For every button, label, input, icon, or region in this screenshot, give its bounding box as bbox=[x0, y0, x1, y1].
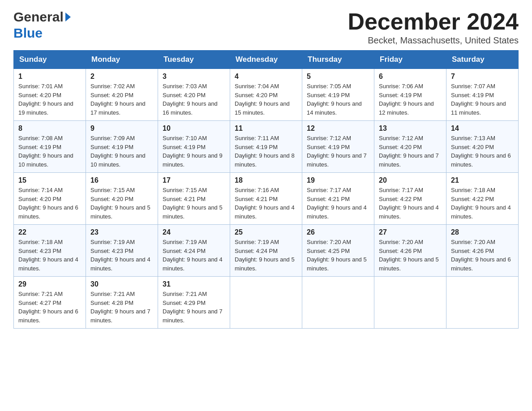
header-friday: Friday bbox=[374, 51, 446, 69]
day-info: Sunrise: 7:15 AMSunset: 4:21 PMDaylight:… bbox=[163, 186, 225, 221]
logo: General Blue bbox=[13, 9, 71, 41]
day-info: Sunrise: 7:17 AMSunset: 4:22 PMDaylight:… bbox=[379, 186, 442, 221]
day-number: 1 bbox=[18, 73, 81, 81]
week-row-2: 8Sunrise: 7:08 AMSunset: 4:19 PMDaylight… bbox=[14, 121, 519, 173]
header-wednesday: Wednesday bbox=[230, 51, 302, 69]
week-row-3: 15Sunrise: 7:14 AMSunset: 4:20 PMDayligh… bbox=[14, 173, 519, 225]
day-number: 16 bbox=[90, 176, 153, 184]
calendar-cell bbox=[302, 277, 374, 329]
day-number: 21 bbox=[451, 176, 514, 184]
day-number: 19 bbox=[307, 176, 369, 184]
calendar-cell: 13Sunrise: 7:12 AMSunset: 4:20 PMDayligh… bbox=[374, 121, 446, 173]
calendar-cell: 29Sunrise: 7:21 AMSunset: 4:27 PMDayligh… bbox=[14, 277, 86, 329]
month-title: December 2024 bbox=[348, 9, 519, 34]
header-thursday: Thursday bbox=[302, 51, 374, 69]
day-number: 8 bbox=[18, 124, 81, 133]
day-number: 13 bbox=[379, 124, 442, 133]
calendar-cell: 22Sunrise: 7:18 AMSunset: 4:23 PMDayligh… bbox=[14, 225, 86, 277]
day-number: 9 bbox=[90, 124, 153, 133]
calendar-cell: 10Sunrise: 7:10 AMSunset: 4:19 PMDayligh… bbox=[158, 121, 230, 173]
calendar-cell: 28Sunrise: 7:20 AMSunset: 4:26 PMDayligh… bbox=[446, 225, 519, 277]
day-number: 26 bbox=[307, 228, 369, 236]
week-row-5: 29Sunrise: 7:21 AMSunset: 4:27 PMDayligh… bbox=[14, 277, 519, 329]
calendar-cell: 11Sunrise: 7:11 AMSunset: 4:19 PMDayligh… bbox=[230, 121, 302, 173]
day-info: Sunrise: 7:21 AMSunset: 4:29 PMDaylight:… bbox=[163, 290, 225, 325]
day-info: Sunrise: 7:02 AMSunset: 4:20 PMDaylight:… bbox=[90, 82, 153, 117]
calendar-cell: 19Sunrise: 7:17 AMSunset: 4:21 PMDayligh… bbox=[302, 173, 374, 225]
day-info: Sunrise: 7:16 AMSunset: 4:21 PMDaylight:… bbox=[235, 186, 297, 221]
day-number: 23 bbox=[90, 228, 153, 236]
header-saturday: Saturday bbox=[446, 51, 519, 69]
day-info: Sunrise: 7:11 AMSunset: 4:19 PMDaylight:… bbox=[235, 134, 297, 169]
day-info: Sunrise: 7:20 AMSunset: 4:26 PMDaylight:… bbox=[379, 238, 442, 273]
day-info: Sunrise: 7:13 AMSunset: 4:20 PMDaylight:… bbox=[451, 134, 514, 169]
calendar-cell: 8Sunrise: 7:08 AMSunset: 4:19 PMDaylight… bbox=[14, 121, 86, 173]
calendar-cell: 15Sunrise: 7:14 AMSunset: 4:20 PMDayligh… bbox=[14, 173, 86, 225]
day-number: 2 bbox=[90, 73, 153, 81]
day-number: 24 bbox=[163, 228, 225, 236]
calendar-cell: 2Sunrise: 7:02 AMSunset: 4:20 PMDaylight… bbox=[86, 69, 158, 121]
day-number: 18 bbox=[235, 176, 297, 184]
day-info: Sunrise: 7:17 AMSunset: 4:21 PMDaylight:… bbox=[307, 186, 369, 221]
day-number: 27 bbox=[379, 228, 442, 236]
day-number: 10 bbox=[163, 124, 225, 133]
day-number: 22 bbox=[18, 228, 81, 236]
calendar-table: SundayMondayTuesdayWednesdayThursdayFrid… bbox=[13, 50, 519, 329]
day-info: Sunrise: 7:03 AMSunset: 4:20 PMDaylight:… bbox=[163, 82, 225, 117]
day-number: 29 bbox=[18, 280, 81, 288]
calendar-cell: 30Sunrise: 7:21 AMSunset: 4:28 PMDayligh… bbox=[86, 277, 158, 329]
header-row: SundayMondayTuesdayWednesdayThursdayFrid… bbox=[14, 51, 519, 69]
logo-general-text: General bbox=[13, 9, 64, 25]
day-info: Sunrise: 7:20 AMSunset: 4:25 PMDaylight:… bbox=[307, 238, 369, 273]
logo-arrow-icon bbox=[65, 13, 71, 21]
calendar-cell: 25Sunrise: 7:19 AMSunset: 4:24 PMDayligh… bbox=[230, 225, 302, 277]
calendar-cell: 4Sunrise: 7:04 AMSunset: 4:20 PMDaylight… bbox=[230, 69, 302, 121]
day-number: 17 bbox=[163, 176, 225, 184]
day-number: 31 bbox=[163, 280, 225, 288]
day-number: 11 bbox=[235, 124, 297, 133]
day-number: 5 bbox=[307, 73, 369, 81]
day-number: 4 bbox=[235, 73, 297, 81]
calendar-cell: 26Sunrise: 7:20 AMSunset: 4:25 PMDayligh… bbox=[302, 225, 374, 277]
day-info: Sunrise: 7:18 AMSunset: 4:22 PMDaylight:… bbox=[451, 186, 514, 221]
day-info: Sunrise: 7:04 AMSunset: 4:20 PMDaylight:… bbox=[235, 82, 297, 117]
day-info: Sunrise: 7:21 AMSunset: 4:28 PMDaylight:… bbox=[90, 290, 153, 325]
day-info: Sunrise: 7:19 AMSunset: 4:24 PMDaylight:… bbox=[163, 238, 225, 273]
day-info: Sunrise: 7:21 AMSunset: 4:27 PMDaylight:… bbox=[18, 290, 81, 325]
day-info: Sunrise: 7:12 AMSunset: 4:20 PMDaylight:… bbox=[379, 134, 442, 169]
day-info: Sunrise: 7:08 AMSunset: 4:19 PMDaylight:… bbox=[18, 134, 81, 169]
page-header: General Blue December 2024 Becket, Massa… bbox=[13, 9, 519, 46]
day-number: 30 bbox=[90, 280, 153, 288]
calendar-cell: 18Sunrise: 7:16 AMSunset: 4:21 PMDayligh… bbox=[230, 173, 302, 225]
calendar-cell: 1Sunrise: 7:01 AMSunset: 4:20 PMDaylight… bbox=[14, 69, 86, 121]
calendar-cell bbox=[374, 277, 446, 329]
calendar-cell: 7Sunrise: 7:07 AMSunset: 4:19 PMDaylight… bbox=[446, 69, 519, 121]
calendar-cell: 16Sunrise: 7:15 AMSunset: 4:20 PMDayligh… bbox=[86, 173, 158, 225]
day-info: Sunrise: 7:20 AMSunset: 4:26 PMDaylight:… bbox=[451, 238, 514, 273]
day-number: 28 bbox=[451, 228, 514, 236]
calendar-cell: 3Sunrise: 7:03 AMSunset: 4:20 PMDaylight… bbox=[158, 69, 230, 121]
calendar-cell: 31Sunrise: 7:21 AMSunset: 4:29 PMDayligh… bbox=[158, 277, 230, 329]
calendar-cell: 27Sunrise: 7:20 AMSunset: 4:26 PMDayligh… bbox=[374, 225, 446, 277]
title-section: December 2024 Becket, Massachusetts, Uni… bbox=[348, 9, 519, 46]
header-sunday: Sunday bbox=[14, 51, 86, 69]
calendar-cell bbox=[446, 277, 519, 329]
location: Becket, Massachusetts, United States bbox=[348, 35, 519, 46]
calendar-cell: 14Sunrise: 7:13 AMSunset: 4:20 PMDayligh… bbox=[446, 121, 519, 173]
day-number: 20 bbox=[379, 176, 442, 184]
week-row-1: 1Sunrise: 7:01 AMSunset: 4:20 PMDaylight… bbox=[14, 69, 519, 121]
day-info: Sunrise: 7:18 AMSunset: 4:23 PMDaylight:… bbox=[18, 238, 81, 273]
calendar-cell: 9Sunrise: 7:09 AMSunset: 4:19 PMDaylight… bbox=[86, 121, 158, 173]
calendar-cell: 20Sunrise: 7:17 AMSunset: 4:22 PMDayligh… bbox=[374, 173, 446, 225]
calendar-cell bbox=[230, 277, 302, 329]
calendar-cell: 5Sunrise: 7:05 AMSunset: 4:19 PMDaylight… bbox=[302, 69, 374, 121]
day-number: 15 bbox=[18, 176, 81, 184]
calendar-cell: 12Sunrise: 7:12 AMSunset: 4:19 PMDayligh… bbox=[302, 121, 374, 173]
day-info: Sunrise: 7:01 AMSunset: 4:20 PMDaylight:… bbox=[18, 82, 81, 117]
header-monday: Monday bbox=[86, 51, 158, 69]
day-info: Sunrise: 7:15 AMSunset: 4:20 PMDaylight:… bbox=[90, 186, 153, 221]
header-tuesday: Tuesday bbox=[158, 51, 230, 69]
day-info: Sunrise: 7:05 AMSunset: 4:19 PMDaylight:… bbox=[307, 82, 369, 117]
calendar-cell: 17Sunrise: 7:15 AMSunset: 4:21 PMDayligh… bbox=[158, 173, 230, 225]
day-number: 12 bbox=[307, 124, 369, 133]
